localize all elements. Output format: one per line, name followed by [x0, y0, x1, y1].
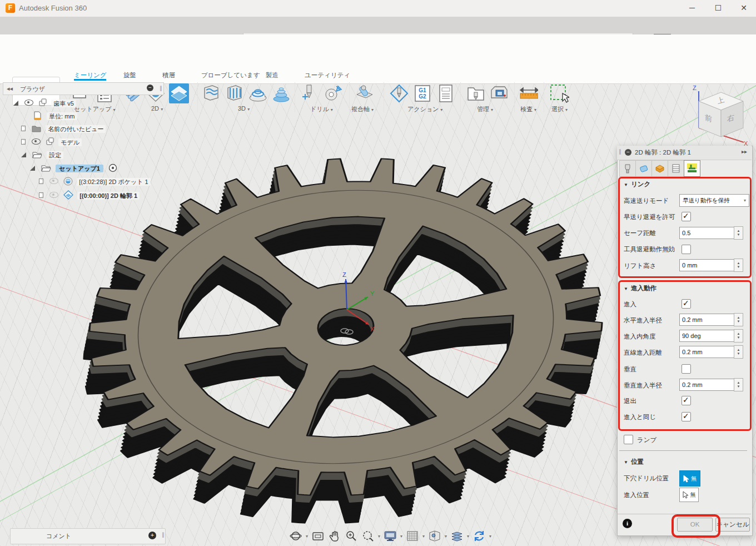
group-label-2d[interactable]: 2D ▾	[151, 105, 163, 112]
layout-icon[interactable]	[450, 529, 464, 543]
tree-label[interactable]: モデル	[58, 138, 82, 146]
minimize-button[interactable]: ─	[680, 0, 704, 16]
expand-open-icon[interactable]	[21, 152, 26, 157]
tab-linking-active[interactable]	[684, 160, 700, 177]
tree-row-root[interactable]: 歯車 v5	[13, 98, 76, 110]
close-button[interactable]: ✕	[732, 0, 756, 16]
dialog-header[interactable]: ∥ − 2D 輪郭 : 2D 輪郭 1 ▸▸	[617, 146, 752, 160]
tab-milling[interactable]: ミーリング	[74, 71, 107, 80]
ramp-checkbox[interactable]	[624, 435, 633, 444]
tree-row-setup1[interactable]: セットアップ1	[30, 163, 117, 175]
setup-sheet-icon[interactable]	[436, 83, 456, 103]
tree-row-settings[interactable]: 設定	[21, 151, 63, 162]
tree-label-selected[interactable]: [(0:00:00)] 2D 輪郭 1	[77, 192, 140, 200]
2d-contour-icon-active[interactable]	[169, 83, 189, 103]
info-icon[interactable]: i	[623, 519, 632, 528]
tree-label[interactable]: 歯車 v5	[51, 100, 76, 107]
visibility-eye-icon[interactable]	[24, 100, 33, 106]
section-positions[interactable]: ▼位置	[624, 458, 644, 466]
caret-down-icon[interactable]: ▾	[467, 534, 469, 539]
tree-label[interactable]: [(3:02:28)] 2D ポケット 1	[77, 178, 151, 186]
caret-down-icon[interactable]: ▾	[489, 534, 491, 539]
caret-down-icon[interactable]: ▾	[400, 534, 402, 539]
visibility-eye-icon-dim[interactable]	[49, 178, 58, 184]
group-label-actions[interactable]: アクション ▾	[407, 105, 442, 113]
tab-turning[interactable]: 旋盤	[123, 71, 136, 80]
caret-down-icon[interactable]: ▾	[445, 534, 447, 539]
multiaxis-icon[interactable]	[355, 83, 375, 103]
dialog-drag-handle[interactable]: ∥	[619, 148, 621, 155]
tap-icon[interactable]	[322, 83, 342, 103]
tree-row-2d-pocket[interactable]: [(3:02:28)] 2D ポケット 1	[39, 177, 151, 188]
cancel-button[interactable]: キャンセル	[715, 518, 750, 532]
group-label-multiaxis[interactable]: 複合軸 ▾	[351, 105, 374, 113]
expand-closed-icon[interactable]	[39, 178, 43, 184]
3d-adaptive-icon[interactable]	[201, 83, 221, 103]
tree-row-named-views[interactable]: 名前の付いたビュー	[21, 125, 106, 136]
collapse-panel-icon[interactable]: ▸▸	[742, 148, 747, 155]
post-process-icon[interactable]: G1 G2	[412, 83, 432, 103]
3d-parallel-icon[interactable]	[225, 83, 245, 103]
3d-spiral-icon[interactable]	[271, 83, 291, 103]
tab-geometry[interactable]	[635, 160, 652, 177]
radio-active-icon[interactable]	[108, 163, 117, 172]
expand-closed-icon[interactable]	[39, 192, 43, 198]
expand-open-icon[interactable]	[30, 166, 35, 171]
expand-closed-icon[interactable]	[21, 126, 26, 131]
group-label-drill[interactable]: ドリル ▾	[310, 105, 333, 113]
viewports-icon[interactable]	[428, 529, 441, 543]
drill-icon[interactable]	[299, 83, 319, 103]
expand-open-icon[interactable]	[13, 101, 18, 106]
viewcube-front-label[interactable]: 前	[705, 112, 712, 125]
tree-label[interactable]: 設定	[47, 151, 63, 159]
tab-heights[interactable]	[651, 160, 668, 177]
tab-tool[interactable]	[619, 160, 636, 177]
caret-down-icon[interactable]: ▾	[378, 534, 380, 539]
view-cube[interactable]: 上 前 右 Z X	[688, 85, 756, 152]
tab-inspection[interactable]: プローブしています	[201, 71, 260, 80]
browser-header[interactable]: ◂◂ ブラウザ − ∥	[3, 82, 164, 95]
tab-passes[interactable]	[668, 160, 684, 177]
entry-position-button[interactable]: 無	[679, 488, 699, 502]
tab-utilities[interactable]: ユーティリティ	[305, 71, 350, 80]
add-comment-icon[interactable]: +	[148, 532, 156, 539]
orbit-icon[interactable]	[289, 529, 302, 543]
measure-icon[interactable]	[518, 83, 538, 103]
predrill-position-button[interactable]: 無	[679, 470, 700, 487]
tree-label[interactable]: 名前の付いたビュー	[46, 125, 106, 133]
caret-down-icon[interactable]: ▾	[422, 534, 425, 539]
select-icon[interactable]	[549, 83, 569, 103]
tree-row-model[interactable]: モデル	[21, 137, 82, 148]
section-collapse-icon[interactable]: ▼	[624, 460, 628, 465]
collapse-browser-icon[interactable]: ◂◂	[7, 85, 13, 92]
group-label-select[interactable]: 選択 ▾	[551, 105, 568, 113]
grid-settings-icon[interactable]	[406, 529, 419, 543]
3d-scallop-icon[interactable]	[248, 83, 268, 103]
group-label-setup[interactable]: セットアップ ▾	[74, 105, 116, 113]
machine-library-icon[interactable]	[489, 83, 509, 103]
tree-row-2d-contour[interactable]: [(0:00:00)] 2D 輪郭 1	[39, 190, 140, 201]
visibility-eye-icon[interactable]	[32, 138, 41, 145]
comment-bar[interactable]: コメント + ∥	[10, 528, 166, 544]
group-label-manage[interactable]: 管理 ▾	[477, 105, 493, 113]
group-label-inspect[interactable]: 検査 ▾	[520, 105, 536, 113]
comment-drag-handle[interactable]: ∥	[162, 532, 165, 538]
group-label-3d[interactable]: 3D ▾	[238, 105, 250, 112]
display-settings-icon[interactable]	[384, 529, 397, 543]
tool-library-icon[interactable]	[466, 83, 486, 103]
browser-drag-handle[interactable]: ∥	[160, 85, 162, 91]
tab-fabrication[interactable]: 製造	[266, 71, 278, 80]
tree-label-active[interactable]: セットアップ1	[56, 165, 103, 172]
caret-down-icon[interactable]: ▾	[306, 534, 308, 539]
tree-row-units[interactable]: 単位: mm	[33, 111, 77, 122]
maximize-button[interactable]: ☐	[706, 0, 730, 16]
simulate-icon[interactable]	[389, 83, 409, 103]
tab-additive[interactable]: 積層	[162, 71, 175, 80]
zoom-window-icon[interactable]	[361, 529, 375, 543]
expand-closed-icon[interactable]	[21, 139, 26, 145]
remove-icon[interactable]: −	[147, 85, 153, 91]
look-at-icon[interactable]	[311, 529, 325, 543]
zoom-icon[interactable]	[345, 529, 358, 543]
visibility-eye-icon-dim[interactable]	[49, 192, 58, 198]
refresh-icon[interactable]	[472, 529, 486, 543]
